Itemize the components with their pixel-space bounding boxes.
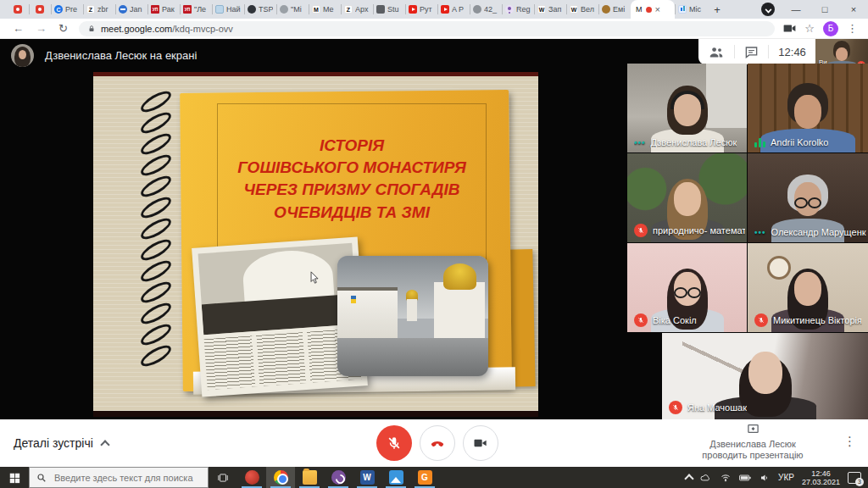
browser-menu-icon[interactable]: ⋮ (847, 22, 858, 35)
browser-tab[interactable]: УП"Ле (180, 0, 212, 19)
taskbar-app-chrome[interactable] (266, 467, 295, 488)
browser-tab[interactable]: Міс (675, 0, 707, 19)
action-center-icon[interactable]: 3 (848, 472, 861, 484)
tab-favicon: УП (151, 5, 159, 14)
chrome-icon (274, 470, 288, 485)
start-button[interactable] (0, 467, 29, 488)
tab-favicon (280, 5, 288, 14)
taskbar-search-box[interactable] (29, 467, 209, 488)
taskbar-app-explorer[interactable] (295, 467, 324, 488)
tab-camera-indicator-icon[interactable] (783, 24, 796, 33)
participant-tile[interactable]: Віка Сокіл (627, 243, 747, 332)
participant-tile[interactable]: •••Олександр Марущенко (748, 153, 868, 242)
participant-tile[interactable]: Andrii Korolko (748, 64, 868, 152)
presenter-banner: Дзвенислава Лесюк на екрані (11, 44, 197, 67)
pinned-tab-1[interactable] (7, 0, 29, 19)
tab-media-indicator (646, 7, 652, 13)
participants-icon[interactable] (708, 45, 725, 58)
onedrive-cloud-icon[interactable] (700, 473, 712, 483)
battery-icon[interactable] (739, 473, 751, 483)
task-view-button[interactable] (209, 467, 237, 488)
pinned-tab-2[interactable] (29, 0, 51, 19)
browser-tab[interactable]: TSP (244, 0, 276, 19)
browser-tab[interactable]: "Mi (276, 0, 309, 19)
browser-tab[interactable]: A P (437, 0, 470, 19)
new-tab-button[interactable]: + (707, 0, 727, 19)
speaker-icon[interactable] (759, 473, 771, 483)
person-favicon (505, 5, 514, 14)
browser-tab[interactable]: УПРак (147, 0, 180, 19)
meeting-details-button[interactable]: Деталі зустрічі (14, 436, 108, 450)
slide-title-line: ІСТОРІЯ (218, 135, 486, 157)
browser-tab[interactable]: ZАрх (341, 0, 373, 19)
browser-tab[interactable]: Рут (405, 0, 437, 19)
crowd-graphic (202, 293, 358, 335)
tab-close-icon[interactable]: × (655, 4, 660, 14)
tile-menu-icon[interactable]: ••• (634, 138, 646, 147)
browser-tab[interactable]: MMe (309, 0, 341, 19)
presenter-avatar (11, 44, 34, 67)
taskbar-app-photos[interactable] (381, 467, 410, 488)
browser-tab[interactable]: CPre (51, 0, 83, 19)
taskbar-clock[interactable]: 12:46 27.03.2021 (802, 469, 840, 486)
bookmark-star-icon[interactable]: ☆ (804, 22, 815, 35)
url-host: meet.google.com (101, 24, 172, 34)
browser-tab[interactable]: Stu (373, 0, 405, 19)
browser-tab[interactable]: Jan (115, 0, 147, 19)
participant-tile[interactable]: природничо- математич... (627, 153, 747, 242)
chevron-up-icon (100, 440, 109, 449)
monastery-photo (337, 256, 488, 376)
browser-tab[interactable]: WВел (566, 0, 598, 19)
browser-tab[interactable]: Най (212, 0, 244, 19)
taskbar-app-ccleaner[interactable] (237, 467, 266, 488)
hang-up-button[interactable] (420, 425, 455, 461)
system-tray: УКР 12:46 27.03.2021 3 (686, 469, 868, 486)
participant-tile[interactable]: •••Дзвенислава Лесюк (627, 64, 747, 152)
hidden-icons-chevron[interactable] (684, 474, 693, 483)
window-close-button[interactable]: × (839, 0, 868, 19)
forward-icon[interactable]: → (36, 23, 47, 34)
glasses-graphic (674, 287, 701, 296)
taskbar-app-viber[interactable] (324, 467, 353, 488)
window-minimize-button[interactable]: — (782, 0, 810, 19)
taskbar-app-word[interactable]: W (353, 467, 381, 488)
participant-tile[interactable]: Микитинець Вікторія (748, 243, 868, 332)
participant-tile[interactable]: Яна Мачошак (662, 333, 868, 419)
wifi-icon[interactable] (720, 473, 732, 483)
mic-muted-icon (634, 224, 648, 237)
language-indicator[interactable]: УКР (778, 473, 794, 482)
participant-name: Дзвенислава Лесюк (651, 137, 737, 147)
browser-tab[interactable]: WЗап (534, 0, 566, 19)
browser-tab[interactable]: Емі (598, 0, 631, 19)
presenting-text: проводить презентацію (676, 450, 829, 461)
present-to-all-icon (746, 423, 760, 435)
browser-toolbar: ← → ↻ meet.google.com /kdq-mvcp-ovv ☆ Б … (0, 19, 868, 39)
meet-bottom-bar: Деталі зустрічі Дзвенислава Лесюк провод… (0, 419, 868, 467)
youtube-favicon (409, 5, 417, 14)
presenting-name: Дзвенислава Лесюк (676, 439, 829, 450)
browser-tab[interactable]: Reg (502, 0, 534, 19)
divider (734, 45, 735, 58)
toolbar-icons: ☆ Б ⋮ (783, 21, 858, 36)
browser-tab[interactable]: Zzbr (83, 0, 115, 19)
chat-icon[interactable] (744, 46, 759, 58)
address-bar[interactable]: meet.google.com /kdq-mvcp-ovv (79, 21, 775, 36)
back-icon[interactable]: ← (13, 23, 24, 34)
taskbar-app-g[interactable]: G (410, 467, 439, 488)
participant-name: природничо- математич... (653, 225, 745, 236)
tab-search-icon[interactable] (761, 3, 775, 16)
more-options-icon[interactable]: ⋮ (843, 434, 856, 449)
word-icon: W (360, 470, 375, 485)
camera-toggle-button[interactable] (463, 425, 498, 461)
window-maximize-button[interactable]: □ (810, 0, 839, 19)
browser-tab[interactable]: 42_ (470, 0, 502, 19)
globe-favicon (602, 5, 610, 14)
tile-menu-icon[interactable]: ••• (754, 228, 766, 237)
mic-toggle-button[interactable] (376, 425, 412, 461)
browser-tab-active-meet[interactable]: M × (631, 0, 675, 19)
mic-muted-icon (754, 313, 768, 327)
tab-favicon: M (312, 5, 320, 14)
search-input[interactable] (53, 472, 201, 484)
profile-avatar[interactable]: Б (823, 21, 838, 36)
reload-icon[interactable]: ↻ (58, 23, 68, 34)
